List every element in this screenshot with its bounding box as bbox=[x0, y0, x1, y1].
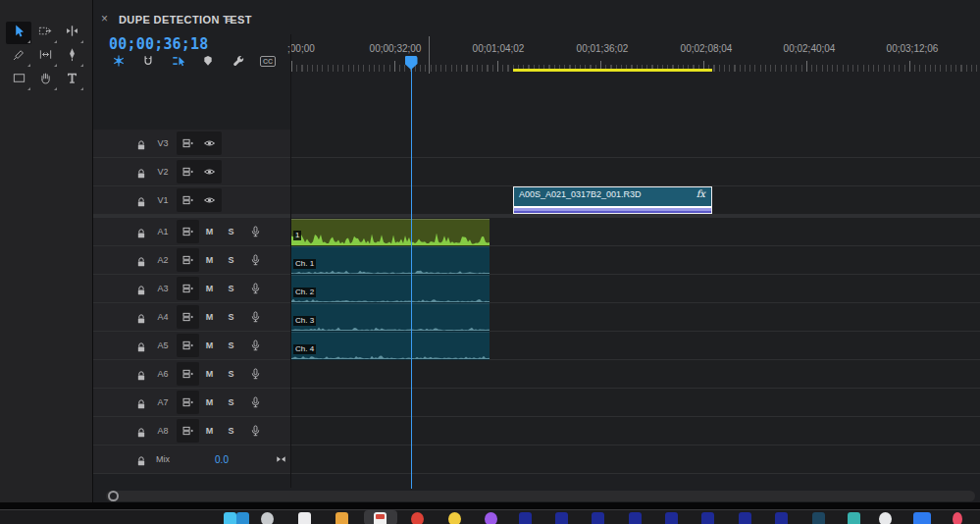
audio-clip-ch2[interactable]: Ch. 2 bbox=[291, 275, 490, 303]
selection-tool-button[interactable] bbox=[6, 22, 31, 44]
mute-button[interactable]: M bbox=[203, 227, 216, 236]
scrollbar-zoom-handle[interactable] bbox=[108, 491, 119, 501]
captions-icon[interactable]: CC bbox=[259, 52, 277, 70]
audio-clip-ch3[interactable]: Ch. 3 bbox=[291, 303, 490, 332]
voiceover-mic-icon[interactable] bbox=[247, 311, 263, 324]
dock-app-icon[interactable] bbox=[335, 512, 348, 524]
insert-nest-icon[interactable] bbox=[110, 52, 128, 70]
audio-clip-master[interactable]: 1 bbox=[291, 219, 490, 246]
rectangle-tool-button[interactable] bbox=[6, 69, 31, 91]
sync-lock-icon[interactable] bbox=[180, 368, 195, 381]
dock-app-icon[interactable] bbox=[701, 512, 714, 524]
track-lock-icon[interactable] bbox=[136, 137, 146, 149]
dock-app-icon[interactable] bbox=[519, 512, 532, 524]
track-lock-icon[interactable] bbox=[136, 368, 146, 380]
track-lock-icon[interactable] bbox=[136, 226, 146, 237]
dock-app-icon[interactable] bbox=[848, 512, 860, 524]
track-lock-icon[interactable] bbox=[136, 396, 146, 408]
track-output-eye-icon[interactable] bbox=[201, 194, 217, 207]
dock-app-icon[interactable] bbox=[555, 512, 568, 524]
solo-button[interactable]: S bbox=[225, 397, 237, 407]
track-lane-v2[interactable] bbox=[291, 158, 980, 185]
solo-button[interactable]: S bbox=[225, 255, 237, 265]
track-lock-icon[interactable] bbox=[136, 453, 146, 465]
ripple-edit-tool-button[interactable] bbox=[59, 22, 84, 44]
timeline-settings-icon[interactable] bbox=[230, 52, 247, 70]
mute-button[interactable]: M bbox=[203, 255, 216, 265]
track-lane-v3[interactable] bbox=[291, 130, 980, 157]
dock-app-icon[interactable] bbox=[775, 512, 788, 524]
dock-app-icon[interactable] bbox=[592, 512, 604, 524]
sync-lock-icon[interactable] bbox=[180, 396, 195, 409]
dock-app-icon[interactable] bbox=[879, 512, 892, 524]
track-lane-a8[interactable] bbox=[291, 417, 980, 445]
dock-app-icon[interactable] bbox=[224, 512, 236, 524]
keyframe-nav-icon[interactable] bbox=[273, 453, 288, 466]
voiceover-mic-icon[interactable] bbox=[247, 396, 263, 409]
solo-button[interactable]: S bbox=[225, 227, 237, 236]
dock-app-icon[interactable] bbox=[739, 512, 751, 524]
solo-button[interactable]: S bbox=[225, 312, 237, 322]
track-lock-icon[interactable] bbox=[136, 166, 146, 178]
timecode-display[interactable]: 00;00;36;18 bbox=[109, 35, 209, 53]
track-lane-a7[interactable] bbox=[291, 389, 980, 416]
track-lock-icon[interactable] bbox=[136, 254, 146, 266]
track-lock-icon[interactable] bbox=[136, 311, 146, 323]
dock-app-icon[interactable] bbox=[629, 512, 642, 524]
sync-lock-icon[interactable] bbox=[180, 425, 195, 438]
voiceover-mic-icon[interactable] bbox=[247, 283, 263, 295]
track-output-eye-icon[interactable] bbox=[201, 166, 217, 179]
sync-lock-icon[interactable] bbox=[180, 166, 195, 179]
sync-lock-icon[interactable] bbox=[180, 254, 195, 267]
track-lock-icon[interactable] bbox=[136, 194, 146, 206]
video-audio-divider[interactable] bbox=[93, 215, 980, 218]
dock-app-icon[interactable] bbox=[485, 512, 497, 524]
close-icon[interactable]: × bbox=[101, 12, 108, 26]
voiceover-mic-icon[interactable] bbox=[247, 226, 263, 238]
panel-menu-icon[interactable]: ≡ bbox=[225, 11, 232, 26]
sync-lock-icon[interactable] bbox=[180, 283, 195, 295]
voiceover-mic-icon[interactable] bbox=[247, 340, 263, 352]
voiceover-mic-icon[interactable] bbox=[247, 254, 263, 267]
track-lane-a6[interactable] bbox=[291, 360, 980, 388]
razor-tool-button[interactable] bbox=[6, 45, 31, 68]
fx-badge-icon[interactable]: fx bbox=[696, 188, 705, 199]
solo-button[interactable]: S bbox=[225, 426, 237, 436]
hand-tool-button[interactable] bbox=[32, 69, 58, 91]
track-lock-icon[interactable] bbox=[136, 425, 146, 437]
horizontal-scrollbar[interactable] bbox=[106, 491, 975, 501]
dock-app-icon[interactable] bbox=[261, 512, 274, 524]
voiceover-mic-icon[interactable] bbox=[247, 425, 263, 438]
mute-button[interactable]: M bbox=[203, 312, 216, 322]
mute-button[interactable]: M bbox=[203, 426, 216, 436]
mute-button[interactable]: M bbox=[203, 397, 216, 407]
solo-button[interactable]: S bbox=[225, 341, 237, 350]
sync-lock-icon[interactable] bbox=[180, 311, 195, 324]
dock-app-icon[interactable] bbox=[374, 512, 387, 524]
mute-button[interactable]: M bbox=[203, 341, 216, 350]
solo-button[interactable]: S bbox=[225, 369, 237, 379]
dock-app-icon[interactable] bbox=[411, 512, 424, 524]
dock-app-icon[interactable] bbox=[913, 512, 931, 524]
slip-tool-button[interactable] bbox=[32, 45, 58, 68]
sync-lock-icon[interactable] bbox=[180, 340, 195, 352]
track-lock-icon[interactable] bbox=[136, 340, 146, 351]
sync-lock-icon[interactable] bbox=[180, 194, 195, 207]
dock-app-icon[interactable] bbox=[236, 512, 249, 524]
mix-level-value[interactable]: 0.0 bbox=[209, 454, 234, 465]
mute-button[interactable]: M bbox=[203, 369, 216, 379]
track-lane-mix[interactable] bbox=[291, 445, 980, 473]
audio-clip-ch4[interactable]: Ch. 4 bbox=[291, 332, 490, 360]
solo-button[interactable]: S bbox=[225, 284, 237, 293]
video-clip[interactable]: A00S_A021_0317B2_001.R3Dfx bbox=[513, 186, 712, 214]
dock-app-icon[interactable] bbox=[953, 512, 962, 524]
dock-app-icon[interactable] bbox=[298, 512, 311, 524]
pen-tool-button[interactable] bbox=[59, 45, 84, 68]
sync-lock-icon[interactable] bbox=[180, 137, 195, 150]
dock-app-icon[interactable] bbox=[448, 512, 461, 524]
type-tool-button[interactable] bbox=[59, 69, 84, 91]
track-output-eye-icon[interactable] bbox=[201, 137, 217, 150]
sync-lock-icon[interactable] bbox=[180, 226, 195, 238]
dock-app-icon[interactable] bbox=[665, 512, 678, 524]
track-select-forward-tool-button[interactable] bbox=[32, 22, 58, 44]
